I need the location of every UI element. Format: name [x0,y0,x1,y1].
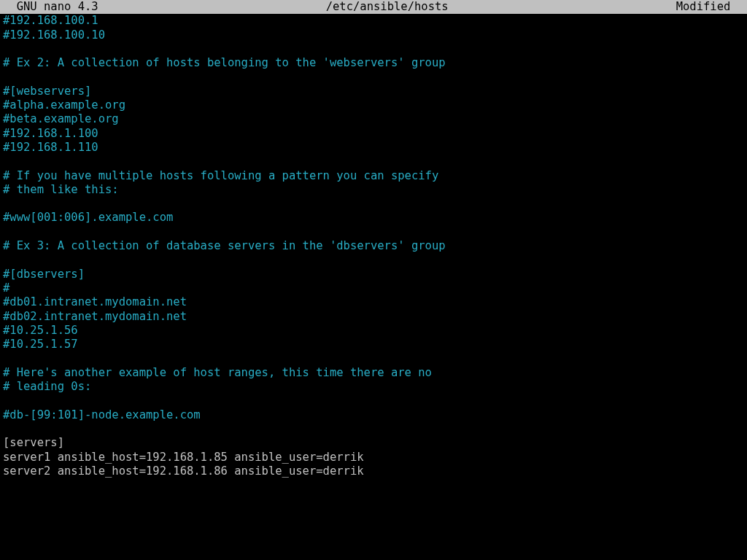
editor-line[interactable]: #beta.example.org [3,112,744,126]
modified-flag: Modified [676,0,747,14]
editor-line[interactable] [3,394,744,408]
editor-line[interactable] [3,422,744,436]
editor-line[interactable]: server1 ansible_host=192.168.1.85 ansibl… [3,451,744,464]
editor-line[interactable]: #192.168.1.100 [3,127,744,141]
editor-line[interactable]: #db-[99:101]-node.example.com [3,408,744,422]
editor-line[interactable] [3,42,744,56]
editor-area[interactable]: #192.168.100.1#192.168.100.10# Ex 2: A c… [0,14,747,532]
editor-line[interactable]: # Here's another example of host ranges,… [3,366,744,380]
editor-line[interactable]: #[dbservers] [3,268,744,281]
editor-line[interactable] [3,351,744,365]
editor-line[interactable]: #db02.intranet.mydomain.net [3,310,744,324]
editor-line[interactable]: #192.168.100.10 [3,28,744,42]
shortcut-bar: ^G Get Help^O Write Out^W Where Is^K Cut… [0,532,747,560]
editor-line[interactable] [3,70,744,84]
editor-line[interactable] [3,197,744,211]
editor-line[interactable]: #alpha.example.org [3,98,744,112]
editor-line[interactable]: # If you have multiple hosts following a… [3,169,744,183]
editor-line[interactable]: #192.168.100.1 [3,14,744,28]
editor-line[interactable]: #[webservers] [3,85,744,98]
editor-line[interactable]: # leading 0s: [3,380,744,394]
editor-line[interactable]: # Ex 2: A collection of hosts belonging … [3,56,744,70]
editor-line[interactable]: #www[001:006].example.com [3,211,744,225]
editor-line[interactable]: #db01.intranet.mydomain.net [3,295,744,309]
editor-line[interactable]: #10.25.1.56 [3,324,744,338]
file-path: /etc/ansible/hosts [98,0,676,14]
editor-line[interactable]: # [3,281,744,295]
editor-line[interactable] [3,253,744,267]
app-name: GNU nano 4.3 [0,0,98,14]
editor-line[interactable] [3,225,744,239]
editor-line[interactable]: # them like this: [3,183,744,197]
editor-line[interactable]: # Ex 3: A collection of database servers… [3,239,744,253]
editor-line[interactable]: [servers] [3,436,744,450]
editor-line[interactable]: server2 ansible_host=192.168.1.86 ansibl… [3,464,744,478]
editor-line[interactable]: #192.168.1.110 [3,141,744,155]
titlebar: GNU nano 4.3 /etc/ansible/hosts Modified [0,0,747,14]
editor-line[interactable]: #10.25.1.57 [3,338,744,351]
editor-line[interactable] [3,155,744,168]
